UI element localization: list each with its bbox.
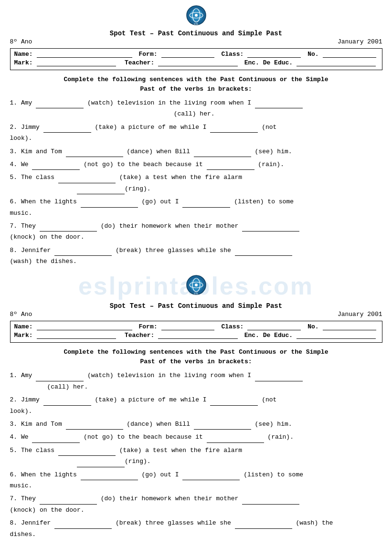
s2-form-label: Form: — [139, 323, 158, 330]
s2-mark-input-line — [37, 332, 116, 339]
s2-ex6-text2: (listen) to some — [240, 471, 303, 478]
s2-ex7-num: 7. They — [10, 495, 40, 502]
ex6-blank2 — [182, 201, 230, 208]
s2-ex2-text2: (not — [258, 396, 276, 403]
s2-teacher-input-line — [158, 332, 237, 339]
s2-ex1-text1: (watch) television in the living room wh… — [84, 372, 255, 379]
section1-subtitle-row: 8º Ano January 2001 — [10, 38, 382, 45]
watermark-logo-icon: ESL — [186, 274, 207, 295]
s2-ex4-num: 4. We — [10, 433, 32, 441]
ex4-blank2 — [207, 163, 254, 170]
section2-instructions: Complete the following sentences with th… — [10, 347, 382, 366]
ex3-text2: (see) him. — [251, 148, 292, 155]
s2-class-label: Class: — [221, 323, 244, 330]
s2-enc-label: Enc. De Educ. — [244, 332, 293, 339]
ex6-item: 6. When the lights (go) out I (listen) t… — [10, 196, 382, 219]
ex1-item: 1. Amy (watch) television in the living … — [10, 97, 382, 120]
ex2-blank1 — [43, 126, 91, 133]
s2-ex5-num: 5. The class — [10, 447, 58, 454]
ex3-item: 3. Kim and Tom (dance) when Bill (see) h… — [10, 146, 382, 157]
s2-enc-input-line — [297, 332, 376, 339]
ex6-blank1 — [81, 201, 138, 208]
s2-mark-label: Mark: — [14, 332, 33, 339]
s2-ex5-item: 5. The class (take) a test when the fire… — [10, 445, 382, 467]
ex5-text2 — [10, 185, 77, 192]
svg-text:ESL: ESL — [194, 292, 199, 295]
s2-ex6-item: 6. When the lights (go) out I (listen) t… — [10, 469, 382, 492]
ex3-blank1 — [66, 150, 123, 157]
ex5-text1: (take) a test when the fire alarm — [116, 174, 242, 181]
ex5-num: 5. The class — [10, 174, 58, 181]
ex4-text1: (not go) to the beach because it — [80, 161, 206, 168]
s2-ex7-text1: (do) their homework when their mother — [97, 495, 242, 502]
section2-exercises: 1. Amy (watch) television in the living … — [10, 370, 382, 539]
s2-ex1-blank2 — [255, 375, 303, 381]
ex2-item: 2. Jimmy (take) a picture of me while I … — [10, 122, 382, 144]
section2-title: Spot Test – Past Continuous and Simple P… — [10, 302, 382, 310]
class-label: Class: — [221, 51, 244, 58]
s2-ex3-text2: (see) him. — [251, 421, 292, 428]
section2-info-box: Name: Form: Class: No. Mark: Teacher: En… — [10, 321, 382, 343]
s2-ex5-text2 — [10, 458, 77, 465]
ex8-blank2 — [235, 249, 292, 256]
section1-grade: 8º Ano — [10, 38, 32, 45]
no-label: No. — [307, 51, 318, 58]
name-input-line — [37, 51, 132, 58]
s2-name-input-line — [37, 324, 132, 330]
ex5-text3: (ring). — [125, 185, 151, 192]
ex2-text2: (not — [258, 124, 276, 131]
ex2-blank2 — [210, 126, 258, 133]
s2-ex5-blank1 — [58, 449, 116, 456]
s2-ex8-num: 8. Jennifer — [10, 519, 55, 526]
name-label: Name: — [14, 51, 33, 58]
ex3-num: 3. Kim and Tom — [10, 148, 66, 155]
ex7-text1: (do) their homework when their mother — [97, 222, 242, 230]
watermark-area: eslprintables.com ESL — [10, 274, 382, 297]
form-input-line — [161, 51, 215, 58]
s2-ex8-blank1 — [54, 522, 112, 529]
section-2: Spot Test – Past Continuous and Simple P… — [10, 302, 382, 539]
s2-ex1-item: 1. Amy (watch) television in the living … — [10, 370, 382, 392]
ex1-blank2 — [255, 102, 303, 108]
ex8-num: 8. Jennifer — [10, 247, 55, 254]
enc-input-line — [297, 60, 376, 66]
s2-ex3-text1: (dance) when Bill — [123, 421, 194, 428]
ex5-blank1 — [58, 177, 116, 183]
ex7-blank2 — [242, 225, 299, 232]
s2-ex4-text2: (rain). — [264, 433, 294, 441]
s2-ex2-text3: look). — [10, 408, 32, 415]
s2-no-label: No. — [307, 323, 318, 330]
ex5-item: 5. The class (take) a test when the fire… — [10, 172, 382, 194]
ex3-blank2 — [194, 150, 251, 157]
s2-ex3-num: 3. Kim and Tom — [10, 421, 66, 428]
info-row-mark: Mark: Teacher: Enc. De Educ. — [14, 59, 378, 66]
ex2-text1: (take) a picture of me while I — [91, 124, 211, 131]
s2-ex7-item: 7. They (do) their homework when their m… — [10, 493, 382, 516]
s2-ex3-blank1 — [66, 423, 123, 430]
s2-ex6-text1: (go) out I — [138, 471, 183, 478]
s2-ex6-text3: music. — [10, 482, 32, 489]
s2-ex4-text1: (not go) to the beach because it — [80, 433, 206, 441]
s2-ex2-text1: (take) a picture of me while I — [91, 396, 211, 403]
ex5-blank2 — [77, 188, 125, 194]
ex1-text2: (call) her. — [10, 110, 215, 117]
svg-text:ESL: ESL — [194, 22, 199, 25]
s2-ex2-blank2 — [210, 399, 258, 406]
ex8-text2: (wash) the dishes. — [10, 258, 77, 265]
s2-ex8-text3: dishes. — [10, 531, 36, 538]
section2-date: January 2001 — [338, 311, 382, 318]
s2-info-row-mark: Mark: Teacher: Enc. De Educ. — [14, 332, 378, 339]
page-container: ESL Spot Test – Past Continuous and Simp… — [10, 5, 382, 540]
s2-ex5-text3: (ring). — [125, 458, 151, 465]
s2-ex7-blank2 — [242, 498, 299, 505]
mark-input-line — [37, 60, 116, 66]
s2-ex6-blank1 — [81, 474, 138, 480]
ex7-text2: (knock) on the door. — [10, 233, 85, 241]
ex3-text1: (dance) when Bill — [123, 148, 194, 155]
ex1-text1: (watch) television in the living room wh… — [84, 99, 255, 106]
s2-ex4-blank1 — [32, 436, 80, 443]
s2-ex2-blank1 — [43, 399, 91, 406]
s2-ex8-item: 8. Jennifer (break) three glasses while … — [10, 517, 382, 540]
section1-info-box: Name: Form: Class: No. Mark: Teacher: En… — [10, 48, 382, 70]
s2-ex1-num: 1. Amy — [10, 372, 36, 379]
